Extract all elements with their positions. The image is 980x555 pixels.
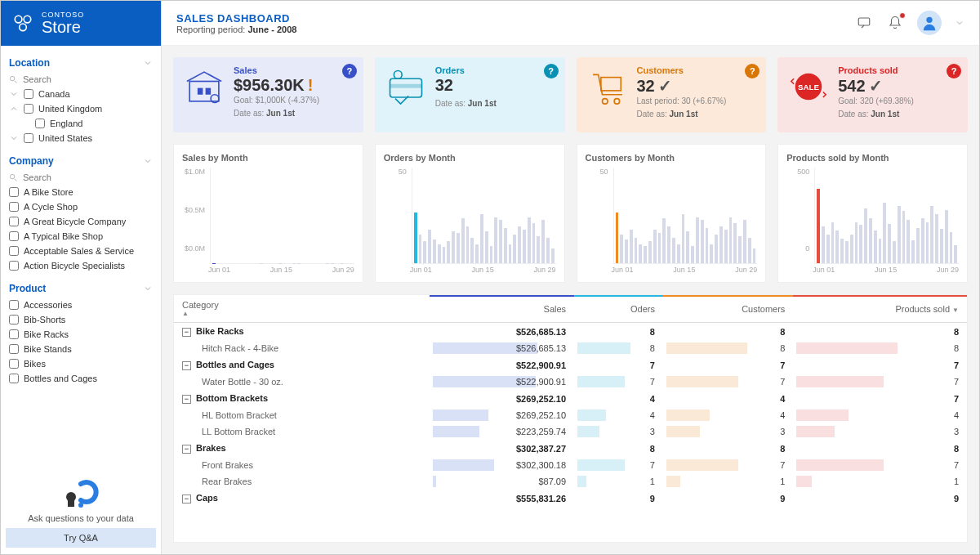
facet-company-item[interactable]: Action Bicycle Specialists: [9, 258, 153, 273]
chart-bar: [672, 238, 675, 263]
facet-location-item[interactable]: England: [9, 116, 153, 131]
table-row[interactable]: −Brakes$302,387.27888: [174, 440, 967, 457]
table-row[interactable]: Front Brakes$302,300.18777: [174, 457, 967, 473]
chevron-down-icon: [143, 58, 153, 68]
facet-product-item[interactable]: Bottles and Cages: [9, 371, 153, 386]
table-row[interactable]: HL Bottom Bracket$269,252.10444: [174, 407, 967, 423]
chart-bar: [911, 240, 915, 263]
kpi-card-red[interactable]: ? SALE Products sold 542 ✓ Goal: 320 (+6…: [777, 57, 968, 132]
facet-company-item[interactable]: Acceptable Sales & Service: [9, 244, 153, 258]
kpi-card-cyan[interactable]: ? Orders 32 Date as: Jun 1st: [375, 57, 565, 132]
chart-bar: [677, 244, 680, 263]
checkbox[interactable]: [9, 231, 19, 241]
avatar[interactable]: [917, 11, 942, 35]
facet-product-item[interactable]: Bib-Shorts: [9, 312, 153, 327]
checkbox[interactable]: [9, 374, 19, 383]
table-row[interactable]: LL Bottom Bracket$223,259.74333: [174, 423, 967, 440]
chart-card[interactable]: Orders by Month 50 Jun 01Jun 15Jun 29: [375, 144, 565, 283]
chevron-down-icon: [143, 156, 153, 166]
table-row[interactable]: Water Bottle - 30 oz.$522,900.91777: [174, 374, 967, 390]
checkbox[interactable]: [9, 344, 19, 354]
facet-location-search[interactable]: Search: [9, 72, 153, 87]
table-header[interactable]: Oders: [574, 295, 663, 323]
category-table[interactable]: Category▲SalesOdersCustomersProducts sol…: [173, 294, 968, 543]
facet-company-search[interactable]: Search: [9, 170, 153, 185]
facet-product-header[interactable]: Product: [9, 280, 153, 298]
checkbox[interactable]: [9, 217, 19, 226]
checkbox[interactable]: [9, 261, 19, 271]
checkbox[interactable]: [9, 315, 19, 324]
facet-company-item[interactable]: A Cycle Shop: [9, 199, 153, 214]
checkbox[interactable]: [9, 300, 19, 310]
chart-bar: [509, 244, 512, 263]
facet-product-item[interactable]: Bike Stands: [9, 342, 153, 356]
chart-card[interactable]: Customers by Month 50 Jun 01Jun 15Jun 29: [577, 144, 767, 283]
checkbox[interactable]: [35, 119, 45, 128]
facet-product-item[interactable]: Bikes: [9, 356, 153, 371]
facet-company-item[interactable]: A Typical Bike Shop: [9, 229, 153, 244]
facet-product-item[interactable]: Accessories: [9, 298, 153, 312]
checkbox[interactable]: [9, 329, 19, 339]
chart-card[interactable]: Sales by Month $1.0M$0.5M$0.0M Jun 01Jun…: [173, 144, 363, 283]
table-row[interactable]: −Bottles and Cages$522,900.91777: [174, 356, 967, 374]
table-header[interactable]: Sales: [430, 295, 574, 323]
chart-bar: [879, 239, 882, 263]
chevron-down-icon: [9, 89, 19, 99]
facet-company-item[interactable]: A Great Bicycle Company: [9, 214, 153, 229]
info-icon[interactable]: ?: [745, 64, 760, 78]
chart-bar: [950, 232, 953, 263]
expand-icon[interactable]: −: [182, 361, 191, 370]
kpi-card-blue[interactable]: ? Sales $956.30K ! Goal: $1,000K (-4.37%…: [173, 57, 363, 132]
chart-bar: [452, 231, 455, 263]
checkbox[interactable]: [24, 104, 33, 114]
info-icon[interactable]: ?: [947, 64, 961, 78]
kpi-label: Products sold: [838, 65, 914, 75]
chevron-down-icon[interactable]: [955, 18, 964, 28]
chart-bar: [523, 230, 526, 263]
facet-location-header[interactable]: Location: [9, 54, 153, 72]
facet-panel[interactable]: Location Search CanadaUnited KingdomEngl…: [1, 46, 161, 469]
table-header[interactable]: Products sold ▼: [793, 295, 967, 323]
facet-location-item[interactable]: Canada: [9, 87, 153, 101]
facet-company-item[interactable]: A Bike Store: [9, 185, 153, 199]
facet-product-item[interactable]: Bike Racks: [9, 327, 153, 342]
expand-icon[interactable]: −: [182, 445, 191, 454]
chart-bar: [541, 220, 545, 263]
expand-icon[interactable]: −: [182, 328, 191, 337]
facet-location-item[interactable]: United Kingdom: [9, 101, 153, 116]
kpi-icon: [385, 65, 427, 108]
table-row[interactable]: Rear Brakes$87.09111: [174, 473, 967, 490]
checkbox[interactable]: [9, 187, 19, 197]
chevron-down-icon: [9, 133, 19, 143]
kpi-card-orange[interactable]: ? Customers 32 ✓ Last period: 30 (+6.67%…: [577, 57, 767, 132]
svg-point-9: [926, 17, 932, 23]
table-header[interactable]: Customers: [663, 295, 793, 323]
page-subtitle: Reporting period: June - 2008: [176, 25, 296, 34]
table-row[interactable]: Hitch Rack - 4-Bike$526,685.13888: [174, 340, 967, 356]
chart-bar: [869, 218, 872, 263]
chart-bar: [940, 229, 943, 263]
chart-bar: [662, 218, 666, 263]
svg-point-7: [78, 503, 83, 508]
chart-card[interactable]: Products sold by Month 5000 Jun 01Jun 15…: [777, 144, 968, 283]
info-icon[interactable]: ?: [342, 64, 357, 78]
checkbox[interactable]: [9, 202, 19, 212]
chat-icon[interactable]: [855, 14, 873, 32]
table-header[interactable]: Category▲: [174, 295, 430, 323]
expand-icon[interactable]: −: [182, 395, 191, 404]
info-icon[interactable]: ?: [544, 64, 559, 78]
checkbox[interactable]: [9, 359, 19, 369]
facet-location-item[interactable]: United States: [9, 131, 153, 145]
checkbox[interactable]: [9, 246, 19, 256]
facet-company-header[interactable]: Company: [9, 152, 153, 170]
bell-icon[interactable]: [886, 14, 904, 32]
kpi-value: 542 ✓: [838, 76, 914, 96]
checkbox[interactable]: [24, 133, 33, 143]
table-row[interactable]: −Bottom Brackets$269,252.10447: [174, 390, 967, 407]
qna-button[interactable]: Try Q&A: [6, 528, 156, 548]
table-row[interactable]: −Bike Racks$526,685.13888: [174, 323, 967, 341]
expand-icon[interactable]: −: [182, 495, 191, 504]
checkbox[interactable]: [24, 89, 33, 99]
chart-bar: [480, 214, 483, 263]
table-row[interactable]: −Caps$555,831.26999: [174, 490, 967, 507]
